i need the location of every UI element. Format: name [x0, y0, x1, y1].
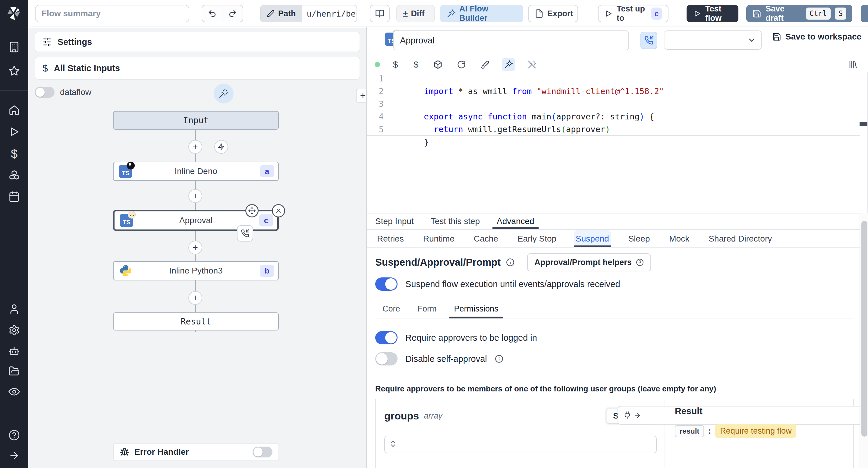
tab-core[interactable]: Core — [382, 300, 400, 318]
variables-icon[interactable]: $ — [8, 148, 20, 159]
scrollbar-thumb[interactable] — [861, 221, 867, 437]
flow-node-input[interactable]: Input — [113, 111, 279, 130]
disable-self-approval-toggle[interactable] — [375, 352, 398, 365]
format-code-icon[interactable] — [478, 58, 492, 71]
deploy-button-partial[interactable] — [861, 5, 868, 22]
flow-settings-button[interactable]: Settings — [35, 32, 360, 52]
result-value[interactable]: Require testing flow — [715, 424, 796, 438]
diff-button[interactable]: ± Diff — [396, 5, 435, 22]
workers-icon[interactable] — [8, 345, 20, 356]
file-icon — [535, 9, 544, 18]
helpers-button-label: Approval/Prompt helpers — [534, 258, 632, 267]
add-step-button[interactable]: + — [188, 291, 202, 305]
tab-runtime[interactable]: Runtime — [421, 230, 456, 247]
node-approval-id-badge: c — [259, 214, 273, 227]
library-icon[interactable] — [846, 58, 860, 71]
folders-icon[interactable] — [8, 365, 20, 377]
ai-assistant-button[interactable] — [214, 84, 234, 104]
code-line: 3export async function main(approver?: s… — [367, 98, 860, 110]
flow-summary-input[interactable] — [35, 5, 189, 22]
help-icon[interactable] — [8, 430, 20, 441]
dataflow-toggle[interactable] — [35, 87, 55, 98]
add-step-button[interactable]: + — [188, 140, 202, 154]
error-handler-toggle[interactable] — [253, 447, 273, 458]
schedules-icon[interactable] — [8, 191, 20, 202]
tab-shared-directory[interactable]: Shared Directory — [707, 230, 774, 247]
save-to-workspace-button[interactable]: Save to workspace — [772, 32, 861, 41]
home-icon[interactable] — [8, 104, 20, 116]
export-button[interactable]: Export — [528, 5, 578, 22]
tab-form[interactable]: Form — [418, 300, 437, 318]
sliders-icon — [42, 37, 52, 47]
tab-suspend[interactable]: Suspend — [574, 230, 611, 247]
tab-sleep[interactable]: Sleep — [627, 230, 652, 247]
suspend-flow-toggle[interactable] — [375, 277, 398, 291]
variable-picker-icon[interactable]: $ — [390, 59, 401, 70]
favorites-icon[interactable] — [8, 65, 20, 77]
settings-icon[interactable] — [8, 324, 20, 336]
dataflow-toggle-row: dataflow — [35, 87, 91, 98]
path-value[interactable]: u/henri/bes — [302, 5, 356, 22]
step-result-panel: Result result : Require testing flow — [666, 399, 853, 468]
edit-path-button[interactable]: Path — [261, 5, 302, 22]
groups-value-input[interactable] — [384, 436, 657, 453]
code-editor[interactable]: 1import * as wmill from "windmill-client… — [367, 72, 860, 213]
users-icon[interactable] — [8, 303, 20, 315]
tab-step-input[interactable]: Step Input — [375, 213, 414, 229]
save-icon — [752, 9, 761, 18]
add-step-button[interactable]: + — [188, 189, 202, 203]
path-label: Path — [278, 9, 296, 19]
zoom-in-button[interactable]: + — [356, 89, 366, 103]
audit-logs-icon[interactable] — [8, 386, 20, 398]
ai-flow-builder-button[interactable]: AI Flow Builder — [440, 5, 523, 22]
approval-prompt-helpers-button[interactable]: Approval/Prompt helpers — [527, 253, 651, 271]
runs-icon[interactable] — [8, 126, 20, 138]
expand-nav-icon[interactable] — [8, 450, 20, 461]
undo-redo-group — [202, 5, 243, 22]
windmill-logo-icon[interactable] — [5, 4, 23, 22]
add-trigger-button[interactable] — [214, 140, 228, 154]
ai-flow-builder-label: AI Flow Builder — [459, 4, 517, 23]
tab-advanced[interactable]: Advanced — [497, 213, 534, 229]
error-handler-card[interactable]: Error Handler — [113, 443, 279, 461]
flow-node-result[interactable]: Result — [113, 313, 279, 330]
delete-step-button[interactable] — [272, 204, 285, 217]
node-python-id-badge: b — [260, 265, 274, 277]
result-key-badge[interactable]: result — [675, 425, 704, 437]
info-icon[interactable] — [495, 355, 503, 363]
tab-permissions[interactable]: Permissions — [454, 300, 498, 318]
undo-button[interactable] — [202, 5, 222, 22]
redo-button[interactable] — [222, 5, 243, 22]
resources-icon[interactable] — [8, 170, 20, 181]
ai-wand-icon[interactable] — [502, 58, 515, 71]
save-draft-button[interactable]: Save draft Ctrl S — [746, 5, 852, 22]
language-select[interactable] — [664, 30, 762, 50]
right-panel-scrollbar[interactable] — [860, 213, 868, 468]
approval-phone-button[interactable] — [641, 32, 657, 49]
add-step-button[interactable]: + — [188, 241, 202, 255]
move-step-button[interactable] — [245, 204, 258, 217]
resource-picker-icon[interactable]: $ — [411, 59, 421, 70]
flow-node-inline-deno[interactable]: TS Inline Deno a — [113, 162, 279, 181]
flow-node-inline-python[interactable]: Inline Python3 b — [113, 261, 279, 281]
require-login-toggle[interactable] — [375, 331, 398, 344]
panel-splitter[interactable] — [366, 27, 367, 468]
test-flow-button[interactable]: Test flow — [687, 5, 738, 22]
workspace-icon[interactable] — [8, 41, 20, 53]
reload-icon[interactable] — [455, 58, 468, 71]
tab-test-this-step[interactable]: Test this step — [431, 213, 480, 229]
ai-wand-off-icon[interactable] — [525, 58, 538, 71]
tab-cache[interactable]: Cache — [472, 230, 500, 247]
docs-button[interactable] — [370, 5, 390, 22]
package-icon[interactable] — [431, 58, 444, 71]
tab-retries[interactable]: Retries — [375, 230, 406, 247]
approval-step-phone-badge[interactable] — [237, 225, 253, 241]
tab-early-stop[interactable]: Early Stop — [516, 230, 558, 247]
step-name-input[interactable] — [393, 30, 629, 50]
test-up-to-button[interactable]: Test up to c — [598, 5, 669, 22]
info-icon[interactable] — [506, 258, 515, 267]
error-handler-label: Error Handler — [134, 447, 189, 457]
code-toolbar: $ $ — [367, 57, 860, 72]
tab-mock[interactable]: Mock — [667, 230, 691, 247]
all-static-inputs-button[interactable]: $ All Static Inputs — [35, 57, 360, 80]
